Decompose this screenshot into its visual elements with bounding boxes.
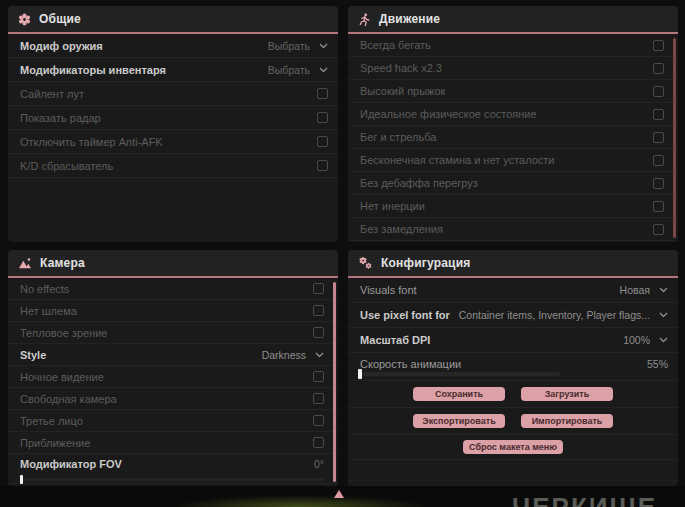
mod-menu-page: Общие Модиф оружия Выбрать Модификаторы … — [0, 0, 685, 507]
row-perfect-condition[interactable]: Идеальное физическое состояние — [348, 103, 678, 126]
chevron-down-icon — [319, 43, 328, 49]
row-no-overload-debuff[interactable]: Без дебаффа перегруз — [348, 172, 678, 195]
fov-slider-handle[interactable] — [20, 475, 23, 484]
row-label: Модификаторы инвентаря — [20, 64, 166, 76]
row-label: Скорость анимации — [360, 358, 461, 370]
import-button[interactable]: Импортировать — [521, 414, 613, 428]
row-label: No effects — [20, 283, 69, 295]
style-dropdown[interactable]: Darkness — [262, 349, 324, 361]
panel-config-header[interactable]: Конфигурация — [348, 250, 678, 278]
weapon-mod-dropdown[interactable]: Выбрать — [268, 40, 328, 52]
fov-value: 0° — [314, 458, 324, 470]
checkbox[interactable] — [653, 178, 664, 189]
row-third-person[interactable]: Третье лицо — [8, 410, 338, 432]
panel-title: Конфигурация — [381, 256, 470, 270]
gear-icon — [18, 13, 31, 26]
visuals-font-dropdown[interactable]: Новая — [620, 284, 668, 296]
row-label: Показать радар — [20, 112, 101, 124]
row-no-helmet[interactable]: Нет шлема — [8, 300, 338, 322]
row-no-slowdown[interactable]: Без замедления — [348, 218, 678, 241]
camera-scrollbar[interactable] — [333, 282, 336, 482]
watermark-text: ЧЕРКИШЕ — [512, 492, 657, 507]
row-infinite-stamina[interactable]: Бесконечная стамина и нет усталости — [348, 149, 678, 172]
checkbox[interactable] — [313, 415, 324, 426]
row-pixel-font: Use pixel font for Container items, Inve… — [348, 303, 678, 328]
row-label: Бесконечная стамина и нет усталости — [360, 154, 555, 166]
row-speed-hack[interactable]: Speed hack x2.3 — [348, 57, 678, 80]
row-no-effects[interactable]: No effects — [8, 278, 338, 300]
row-kd-reset[interactable]: K/D сбрасыватель — [8, 154, 338, 178]
slider-handle[interactable] — [358, 369, 362, 379]
row-no-inertia[interactable]: Нет инерции — [348, 195, 678, 218]
animation-speed-slider[interactable] — [360, 372, 560, 376]
dropdown-value: Darkness — [262, 349, 306, 361]
checkbox[interactable] — [653, 224, 664, 235]
checkbox[interactable] — [313, 327, 324, 338]
row-label: Идеальное физическое состояние — [360, 108, 537, 120]
checkbox[interactable] — [313, 371, 324, 382]
row-high-jump[interactable]: Высокий прыжок — [348, 80, 678, 103]
row-label: Нет шлема — [20, 305, 77, 317]
row-run-and-shoot[interactable]: Бег и стрельба — [348, 126, 678, 149]
inventory-mods-dropdown[interactable]: Выбрать — [268, 64, 328, 76]
panel-title: Камера — [40, 256, 85, 270]
save-button[interactable]: Сохранить — [413, 387, 505, 401]
row-label: Без дебаффа перегруз — [360, 177, 478, 189]
checkbox[interactable] — [653, 40, 664, 51]
checkbox[interactable] — [317, 112, 328, 123]
checkbox[interactable] — [317, 88, 328, 99]
checkbox[interactable] — [313, 283, 324, 294]
row-label: K/D сбрасыватель — [20, 160, 113, 172]
checkbox[interactable] — [653, 86, 664, 97]
row-weapon-mod: Модиф оружия Выбрать — [8, 34, 338, 58]
chevron-down-icon — [659, 337, 668, 343]
checkbox[interactable] — [653, 201, 664, 212]
movement-scrollbar[interactable] — [673, 38, 676, 238]
fov-slider[interactable] — [20, 478, 324, 481]
checkbox[interactable] — [317, 136, 328, 147]
checkbox[interactable] — [653, 155, 664, 166]
row-label: Speed hack x2.3 — [360, 62, 442, 74]
checkbox[interactable] — [317, 160, 328, 171]
row-night-vision[interactable]: Ночное видение — [8, 366, 338, 388]
panel-movement: Движение Всегда бегать Speed hack x2.3 В… — [348, 6, 678, 242]
panel-camera-header[interactable]: Камера — [8, 250, 338, 278]
row-zoom[interactable]: Приближение — [8, 432, 338, 454]
checkbox[interactable] — [653, 63, 664, 74]
image-icon — [18, 257, 32, 269]
row-label: Свободная камера — [20, 393, 117, 405]
dropdown-value: Container items, Inventory, Player flags… — [459, 309, 650, 321]
pixel-font-dropdown[interactable]: Container items, Inventory, Player flags… — [459, 309, 668, 321]
checkbox[interactable] — [653, 109, 664, 120]
row-animation-speed: Скорость анимации 55% — [348, 353, 678, 381]
checkbox[interactable] — [313, 305, 324, 316]
row-style: Style Darkness — [8, 344, 338, 366]
row-label: Высокий прыжок — [360, 85, 445, 97]
chevron-down-icon — [319, 67, 328, 73]
gears-icon — [358, 256, 373, 270]
checkbox[interactable] — [653, 132, 664, 143]
row-label: Модиф оружия — [20, 40, 103, 52]
row-silent-loot[interactable]: Сайлент лут — [8, 82, 338, 106]
load-button[interactable]: Загрузить — [521, 387, 613, 401]
row-dpi-scale: Масштаб DPI 100% — [348, 328, 678, 353]
panel-movement-header[interactable]: Движение — [348, 6, 678, 34]
checkbox[interactable] — [313, 437, 324, 448]
chevron-down-icon — [659, 287, 668, 293]
row-inventory-mods: Модификаторы инвентаря Выбрать — [8, 58, 338, 82]
row-label: Отключить таймер Anti-AFK — [20, 136, 163, 148]
export-button[interactable]: Экспортировать — [413, 414, 505, 428]
checkbox[interactable] — [313, 393, 324, 404]
row-show-radar[interactable]: Показать радар — [8, 106, 338, 130]
reset-menu-layout-button[interactable]: Сброс макета меню — [463, 440, 563, 454]
row-label: Сайлент лут — [20, 88, 84, 100]
row-always-run[interactable]: Всегда бегать — [348, 34, 678, 57]
row-free-camera[interactable]: Свободная камера — [8, 388, 338, 410]
row-label: Style — [20, 349, 46, 361]
row-thermal-vision[interactable]: Тепловое зрение — [8, 322, 338, 344]
row-anti-afk[interactable]: Отключить таймер Anti-AFK — [8, 130, 338, 154]
row-label: Use pixel font for — [360, 309, 450, 321]
dpi-scale-dropdown[interactable]: 100% — [623, 334, 668, 346]
row-label: Модификатор FOV — [20, 458, 122, 470]
panel-general-header[interactable]: Общие — [8, 6, 338, 34]
